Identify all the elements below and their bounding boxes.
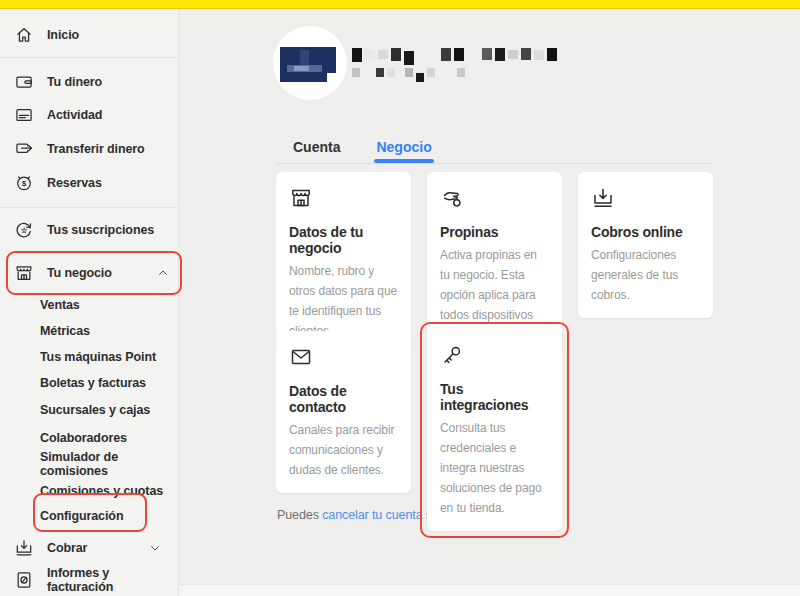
sidebar-item-configuracion[interactable]: Configuración bbox=[40, 506, 174, 526]
sidebar-item-informes-y-facturacion[interactable]: Informes y facturación bbox=[14, 569, 174, 591]
tab-negocio[interactable]: Negocio bbox=[360, 132, 447, 162]
tab-cuenta[interactable]: Cuenta bbox=[277, 132, 356, 162]
sidebar-item-label: Reservas bbox=[47, 176, 102, 190]
card-datos-de-contacto[interactable]: Datos de contacto Canales para recibir c… bbox=[276, 331, 411, 493]
sidebar-item-tus-maquinas-point[interactable]: Tus máquinas Point bbox=[40, 347, 174, 367]
sidebar-item-label: Tu dinero bbox=[47, 75, 102, 89]
settings-page: Inicio Tu dinero Actividad Transferir di… bbox=[0, 0, 800, 596]
sidebar-item-tu-negocio[interactable]: Tu negocio bbox=[14, 262, 174, 284]
sidebar-item-cobrar[interactable]: Cobrar bbox=[14, 537, 174, 559]
sidebar-item-label: Tu negocio bbox=[47, 266, 112, 280]
chevron-down-icon bbox=[148, 541, 174, 555]
avatar bbox=[273, 26, 347, 100]
sidebar-item-actividad[interactable]: Actividad bbox=[14, 104, 174, 126]
sidebar-item-label: Actividad bbox=[47, 108, 102, 122]
brand-top-bar bbox=[0, 0, 800, 9]
card-description: Nombre, rubro y otros datos para que te … bbox=[289, 261, 398, 341]
redacted-user-subtitle bbox=[352, 68, 465, 82]
transfer-icon bbox=[14, 139, 34, 159]
card-title: Propinas bbox=[440, 224, 549, 240]
tip-hand-icon bbox=[440, 186, 464, 210]
svg-text:☆: ☆ bbox=[21, 226, 28, 235]
card-title: Datos de contacto bbox=[289, 383, 398, 415]
sidebar-divider bbox=[0, 207, 178, 208]
profile-tabs: Cuenta Negocio bbox=[277, 132, 448, 162]
tabs-divider bbox=[276, 163, 713, 164]
collect-tray-icon bbox=[591, 186, 615, 210]
chevron-up-icon bbox=[156, 266, 174, 280]
reports-icon bbox=[14, 570, 34, 590]
card-title: Tus integraciones bbox=[440, 381, 549, 413]
sidebar-item-tus-suscripciones[interactable]: ☆ Tus suscripciones bbox=[14, 219, 174, 241]
sidebar-item-boletas-y-facturas[interactable]: Boletas y facturas bbox=[40, 373, 174, 393]
sidebar-divider bbox=[0, 57, 178, 58]
sidebar-item-ventas[interactable]: Ventas bbox=[40, 295, 174, 315]
svg-text:$: $ bbox=[22, 179, 27, 188]
activity-icon bbox=[14, 105, 34, 125]
card-description: Configuraciones generales de tus cobros. bbox=[591, 245, 700, 305]
card-cobros-online[interactable]: Cobros online Configuraciones generales … bbox=[578, 172, 713, 318]
collect-tray-icon bbox=[14, 538, 34, 558]
subscriptions-icon: ☆ bbox=[14, 220, 34, 240]
sidebar-item-tu-dinero[interactable]: Tu dinero bbox=[14, 71, 174, 93]
sidebar-item-label: Tus suscripciones bbox=[47, 223, 154, 237]
sidebar-item-sucursales-y-cajas[interactable]: Sucursales y cajas bbox=[40, 400, 174, 420]
sidebar-item-label: Inicio bbox=[47, 28, 79, 42]
sidebar-item-transferir-dinero[interactable]: Transferir dinero bbox=[14, 138, 174, 160]
bottom-strip bbox=[179, 584, 800, 596]
card-title: Cobros online bbox=[591, 224, 700, 240]
piggy-bank-icon: $ bbox=[14, 173, 34, 193]
sidebar-item-inicio[interactable]: Inicio bbox=[14, 24, 174, 46]
sidebar-nav: Inicio Tu dinero Actividad Transferir di… bbox=[0, 9, 179, 596]
card-title: Datos de tu negocio bbox=[289, 224, 398, 256]
sidebar-item-comisiones-y-cuotas[interactable]: Comisiones y cuotas bbox=[40, 481, 174, 501]
store-icon bbox=[289, 186, 313, 210]
envelope-icon bbox=[289, 345, 313, 369]
avatar-redacted-image bbox=[280, 47, 336, 82]
store-icon bbox=[14, 263, 34, 283]
card-datos-de-tu-negocio[interactable]: Datos de tu negocio Nombre, rubro y otro… bbox=[276, 172, 411, 354]
sidebar-item-metricas[interactable]: Métricas bbox=[40, 321, 174, 341]
key-icon bbox=[440, 343, 464, 367]
sidebar-item-label: Transferir dinero bbox=[47, 142, 145, 156]
sidebar-item-label: Informes y facturación bbox=[47, 566, 174, 594]
highlight-box-tus-integraciones: Tus integraciones Consulta tus credencia… bbox=[420, 322, 569, 538]
card-description: Consulta tus credenciales e integra nues… bbox=[440, 418, 549, 518]
sidebar-item-label: Cobrar bbox=[47, 541, 87, 555]
redacted-user-name bbox=[352, 48, 557, 65]
cancel-account-link[interactable]: cancelar tu cuenta bbox=[322, 508, 422, 522]
card-tus-integraciones[interactable]: Tus integraciones Consulta tus credencia… bbox=[427, 329, 562, 531]
sidebar-item-colaboradores[interactable]: Colaboradores bbox=[40, 428, 174, 448]
wallet-icon bbox=[14, 72, 34, 92]
card-description: Canales para recibir comunicaciones y du… bbox=[289, 420, 398, 480]
home-icon bbox=[14, 25, 34, 45]
sidebar-item-simulador-de-comisiones[interactable]: Simulador de comisiones bbox=[40, 454, 174, 474]
sidebar-item-reservas[interactable]: $ Reservas bbox=[14, 172, 174, 194]
